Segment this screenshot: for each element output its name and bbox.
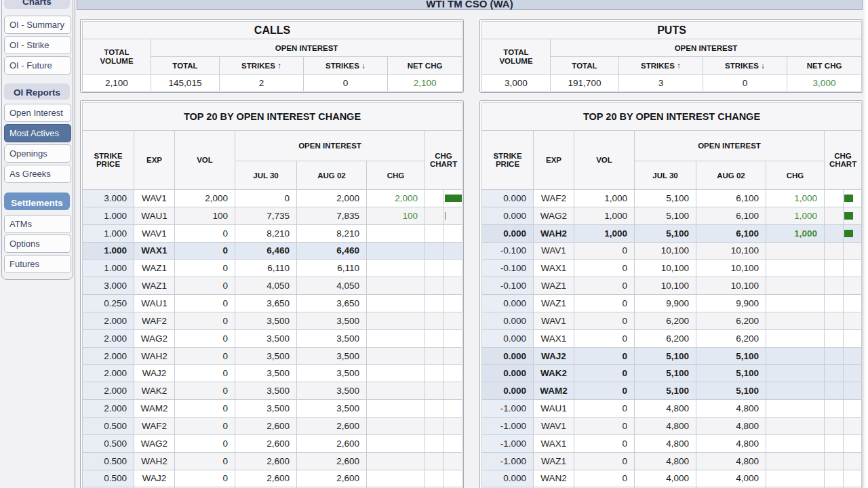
puts-total-volume: 3,000 xyxy=(482,75,551,92)
cell-oi-aug02: 4,000 xyxy=(696,470,766,487)
cell-oi-jul30: 4,800 xyxy=(635,417,696,434)
sidebar-item-futures[interactable]: Futures xyxy=(4,255,71,273)
table-row: 2.000WAK203,5003,500 xyxy=(83,382,462,400)
cell-chart-pos xyxy=(444,417,462,434)
cell-strike-price: 0.000 xyxy=(482,382,534,400)
cell-exp: WAZ1 xyxy=(534,452,574,470)
cell-vol: 0 xyxy=(175,434,235,452)
cell-vol: 0 xyxy=(574,242,635,260)
cell-chart-pos xyxy=(844,242,862,260)
sidebar-item-oi-future[interactable]: OI - Future xyxy=(4,56,71,75)
cell-exp: WAZ1 xyxy=(134,277,175,295)
cell-vol: 0 xyxy=(574,260,635,277)
cell-chg: 100 xyxy=(367,207,425,224)
cell-chg xyxy=(367,434,425,452)
puts-net-chg: 3,000 xyxy=(787,75,862,92)
sidebar-item-most-actives[interactable]: Most Actives xyxy=(4,124,71,142)
puts-summary-panel: PUTS TOTAL VOLUME OPEN INTEREST TOTAL ST… xyxy=(479,19,863,93)
cell-oi-jul30: 10,100 xyxy=(635,242,696,260)
sidebar-item-as-greeks[interactable]: As Greeks xyxy=(4,165,71,183)
cell-chg xyxy=(766,417,825,434)
cell-chart-pos xyxy=(444,277,462,295)
cell-oi-jul30: 3,500 xyxy=(235,382,297,400)
puts-strikes-down: 0 xyxy=(703,75,787,92)
cell-chg xyxy=(367,329,425,347)
cell-oi-jul30: 4,050 xyxy=(235,277,297,295)
cell-exp: WAU1 xyxy=(134,207,175,224)
sidebar-item-atms[interactable]: ATMs xyxy=(4,215,71,233)
table-row: -1.000WAX104,8004,800 xyxy=(482,434,862,452)
table-row: 0.500WAJ202,6002,600 xyxy=(83,470,462,487)
table-row: 1.000WAU11007,7357,835100 xyxy=(83,207,462,224)
sidebar-item-openings[interactable]: Openings xyxy=(4,144,71,163)
cell-chart-neg xyxy=(825,400,844,418)
sidebar-item-open-interest[interactable]: Open Interest xyxy=(4,104,71,122)
cell-chart-pos xyxy=(444,400,462,418)
cell-oi-jul30: 7,735 xyxy=(235,207,297,224)
cell-chart-neg xyxy=(825,277,844,295)
cell-oi-aug02: 2,600 xyxy=(297,470,367,487)
cell-strike-price: 0.000 xyxy=(482,470,534,487)
cell-strike-price: 3.000 xyxy=(83,277,134,295)
cell-chart-neg xyxy=(425,434,444,452)
cell-chart-pos xyxy=(444,260,462,277)
col-strikes-up: STRIKES ↑ xyxy=(220,57,304,75)
cell-strike-price: 0.000 xyxy=(482,207,534,224)
cell-strike-price: -0.100 xyxy=(482,277,534,295)
cell-strike-price: 2.000 xyxy=(83,347,134,365)
calls-strikes-up: 2 xyxy=(220,75,304,92)
cell-exp: WAX1 xyxy=(534,260,574,277)
col-strikes-down: STRIKES ↓ xyxy=(304,57,388,75)
cell-oi-aug02: 3,500 xyxy=(297,382,367,400)
col-strike-price: STRIKE PRICE xyxy=(482,131,534,190)
cell-chart-pos xyxy=(844,434,862,452)
cell-vol: 0 xyxy=(574,452,635,470)
cell-oi-aug02: 3,500 xyxy=(297,347,367,365)
cell-chart-neg xyxy=(425,417,444,434)
cell-exp: WAM2 xyxy=(534,382,574,400)
cell-strike-price: 0.000 xyxy=(482,295,534,312)
cell-strike-price: 0.500 xyxy=(83,417,134,434)
cell-oi-aug02: 3,650 xyxy=(297,295,367,312)
cell-vol: 0 xyxy=(175,260,235,277)
sidebar-item-options[interactable]: Options xyxy=(4,235,71,253)
col-total: TOTAL xyxy=(551,57,619,75)
cell-strike-price: 0.000 xyxy=(482,190,534,207)
sidebar-item-oi-summary[interactable]: OI - Summary xyxy=(4,16,71,34)
cell-chg xyxy=(367,260,425,277)
cell-vol: 0 xyxy=(175,242,235,260)
cell-chart-neg xyxy=(425,452,444,470)
cell-oi-jul30: 5,100 xyxy=(635,224,696,242)
cell-exp: WAZ1 xyxy=(534,295,574,312)
cell-exp: WAV1 xyxy=(134,224,175,242)
cell-strike-price: -1.000 xyxy=(482,400,534,418)
cell-exp: WAV1 xyxy=(534,312,574,329)
cell-chart-pos xyxy=(844,417,862,434)
cell-strike-price: 0.500 xyxy=(83,434,134,452)
sidebar-item-oi-strike[interactable]: OI - Strike xyxy=(4,36,71,54)
table-row: 0.250WAU103,6503,650 xyxy=(83,295,462,312)
cell-strike-price: 2.000 xyxy=(83,329,134,347)
cell-exp: WAJ2 xyxy=(134,470,175,487)
cell-strike-price: 2.000 xyxy=(83,365,134,382)
cell-oi-jul30: 6,200 xyxy=(635,312,696,329)
table-row: 1.000WAX106,4606,460 xyxy=(83,242,462,260)
cell-exp: WAU1 xyxy=(534,400,574,418)
cell-oi-aug02: 4,800 xyxy=(696,452,766,470)
title-bar: WTI TM CSO (WA) xyxy=(77,0,863,10)
col-open-interest: OPEN INTEREST xyxy=(635,131,825,161)
calls-summary-table: CALLS TOTAL VOLUME OPEN INTEREST TOTAL S… xyxy=(82,21,462,92)
col-chg-chart: CHG CHART xyxy=(825,131,862,190)
chg-bar xyxy=(445,212,446,220)
cell-exp: WAG2 xyxy=(134,434,175,452)
cell-strike-price: 0.250 xyxy=(83,295,134,312)
cell-chg xyxy=(766,382,825,400)
col-exp: EXP xyxy=(134,131,175,190)
table-row: -0.100WAV1010,10010,100 xyxy=(482,242,862,260)
cell-oi-aug02: 10,100 xyxy=(696,260,766,277)
cell-strike-price: 0.000 xyxy=(482,329,534,347)
cell-chart-neg xyxy=(425,207,444,224)
cell-chg xyxy=(367,365,425,382)
cell-vol: 0 xyxy=(574,365,635,382)
cell-chart-pos xyxy=(844,224,862,242)
